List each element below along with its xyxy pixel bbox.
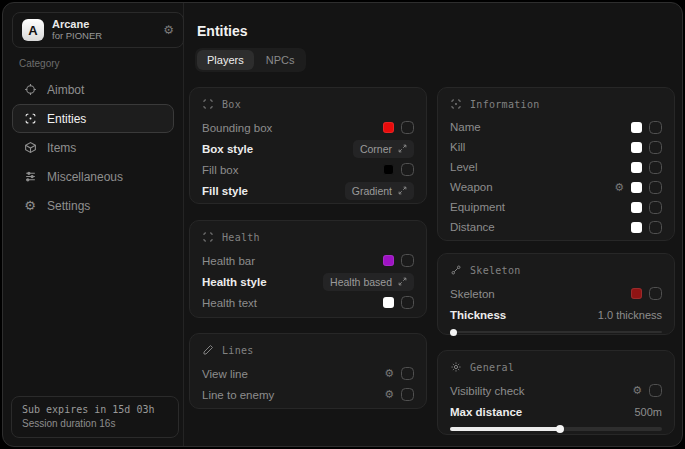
sidebar: A Arcane for PIONER ⚙ Category Aimbot xyxy=(3,3,184,446)
setting-label: Weapon xyxy=(450,181,493,193)
setting-row: Fill box xyxy=(202,159,414,180)
pencil-icon xyxy=(202,344,214,356)
tab-npcs[interactable]: NPCs xyxy=(256,50,305,70)
setting-label: Health bar xyxy=(202,255,255,267)
slider-track xyxy=(450,331,662,333)
setting-row: Level xyxy=(450,157,662,177)
color-swatch[interactable] xyxy=(383,255,394,266)
kill-checkbox[interactable] xyxy=(649,141,662,154)
panel-title: Health xyxy=(222,232,260,243)
health-text-checkbox[interactable] xyxy=(401,296,414,309)
tab-players[interactable]: Players xyxy=(197,50,254,70)
color-swatch[interactable] xyxy=(383,122,394,133)
logo-card: A Arcane for PIONER ⚙ xyxy=(12,12,184,48)
sidebar-item-items[interactable]: Items xyxy=(12,133,174,162)
setting-row: Visibility check ⚙ xyxy=(450,380,662,401)
subscription-card: Sub expires in 15d 03h Session duration … xyxy=(11,396,179,438)
color-swatch[interactable] xyxy=(631,122,642,133)
setting-label: Fill box xyxy=(202,164,238,176)
setting-label: Equipment xyxy=(450,201,505,213)
health-bar-checkbox[interactable] xyxy=(401,254,414,267)
fill-style-dropdown[interactable]: Gradient xyxy=(345,182,414,200)
setting-label: Skeleton xyxy=(450,288,495,300)
setting-label: Box style xyxy=(202,143,253,155)
weapon-checkbox[interactable] xyxy=(649,181,662,194)
panel-title: Box xyxy=(222,99,241,110)
panel-lines: Lines View line ⚙ Line to enemy ⚙ xyxy=(189,333,427,409)
slider-fill xyxy=(450,427,560,431)
sidebar-item-entities[interactable]: Entities xyxy=(12,104,174,133)
bounding-box-checkbox[interactable] xyxy=(401,121,414,134)
color-swatch[interactable] xyxy=(631,182,642,193)
health-style-dropdown[interactable]: Health based xyxy=(323,273,414,291)
setting-row: Distance xyxy=(450,217,662,237)
gear-icon[interactable]: ⚙ xyxy=(384,368,394,379)
panel-skeleton: Skeleton Skeleton Thickness 1.0 thicknes… xyxy=(437,253,675,335)
panel-box: Box Bounding box Box style Corner Fill b… xyxy=(189,87,427,204)
gear-icon[interactable]: ⚙ xyxy=(614,182,624,193)
thickness-slider[interactable] xyxy=(450,328,662,336)
expand-icon xyxy=(398,186,407,195)
setting-row: Skeleton xyxy=(450,283,662,304)
panel-title: Information xyxy=(470,99,540,110)
setting-row: View line ⚙ xyxy=(202,363,414,384)
fill-box-checkbox[interactable] xyxy=(401,163,414,176)
panel-general: General Visibility check ⚙ Max distance … xyxy=(437,350,675,435)
skeleton-checkbox[interactable] xyxy=(649,287,662,300)
level-checkbox[interactable] xyxy=(649,161,662,174)
category-label: Category xyxy=(19,58,60,69)
expand-icon xyxy=(398,144,407,153)
setting-row: Fill style Gradient xyxy=(202,180,414,201)
setting-row: Thickness 1.0 thickness xyxy=(450,304,662,325)
sidebar-item-label: Entities xyxy=(47,112,86,126)
sidebar-item-label: Miscellaneous xyxy=(47,170,123,184)
gear-icon[interactable]: ⚙ xyxy=(384,389,394,400)
panel-information: Information Name Kill Level xyxy=(437,87,675,241)
brackets-icon xyxy=(202,231,214,243)
equipment-checkbox[interactable] xyxy=(649,201,662,214)
setting-label: Name xyxy=(450,121,481,133)
setting-label: Kill xyxy=(450,141,465,153)
sidebar-item-settings[interactable]: ⚙ Settings xyxy=(12,191,174,220)
color-swatch[interactable] xyxy=(383,164,394,175)
settings-icon[interactable]: ⚙ xyxy=(163,23,174,37)
app-title: Arcane xyxy=(52,18,102,31)
color-swatch[interactable] xyxy=(631,288,642,299)
setting-label: Max distance xyxy=(450,406,522,418)
setting-row: Weapon ⚙ xyxy=(450,177,662,197)
sidebar-item-miscellaneous[interactable]: Miscellaneous xyxy=(12,162,174,191)
setting-label: Bounding box xyxy=(202,122,272,134)
sidebar-nav: Aimbot Entities Items xyxy=(12,75,174,220)
slider-handle[interactable] xyxy=(556,425,564,433)
distance-checkbox[interactable] xyxy=(649,221,662,234)
visibility-check-checkbox[interactable] xyxy=(649,384,662,397)
scan-icon xyxy=(23,112,37,126)
color-swatch[interactable] xyxy=(631,162,642,173)
color-swatch[interactable] xyxy=(631,202,642,213)
color-swatch[interactable] xyxy=(631,142,642,153)
thickness-value: 1.0 thickness xyxy=(598,309,662,321)
setting-label: View line xyxy=(202,368,248,380)
setting-row: Name xyxy=(450,117,662,137)
sun-icon xyxy=(450,361,462,373)
color-swatch[interactable] xyxy=(631,222,642,233)
dropdown-value: Health based xyxy=(330,276,392,288)
sidebar-item-aimbot[interactable]: Aimbot xyxy=(12,75,174,104)
sidebar-item-label: Aimbot xyxy=(47,83,84,97)
setting-row: Health bar xyxy=(202,250,414,271)
view-line-checkbox[interactable] xyxy=(401,367,414,380)
name-checkbox[interactable] xyxy=(649,121,662,134)
box-style-dropdown[interactable]: Corner xyxy=(353,140,414,158)
setting-row: Box style Corner xyxy=(202,138,414,159)
line-to-enemy-checkbox[interactable] xyxy=(401,388,414,401)
setting-label: Visibility check xyxy=(450,385,525,397)
max-distance-slider[interactable] xyxy=(450,425,662,433)
gear-icon[interactable]: ⚙ xyxy=(632,385,642,396)
slider-handle[interactable] xyxy=(450,329,457,336)
setting-row: Bounding box xyxy=(202,117,414,138)
setting-row: Kill xyxy=(450,137,662,157)
color-swatch[interactable] xyxy=(383,297,394,308)
logo-letter: A xyxy=(28,23,37,38)
scan-icon xyxy=(450,98,462,110)
expand-icon xyxy=(398,277,407,286)
